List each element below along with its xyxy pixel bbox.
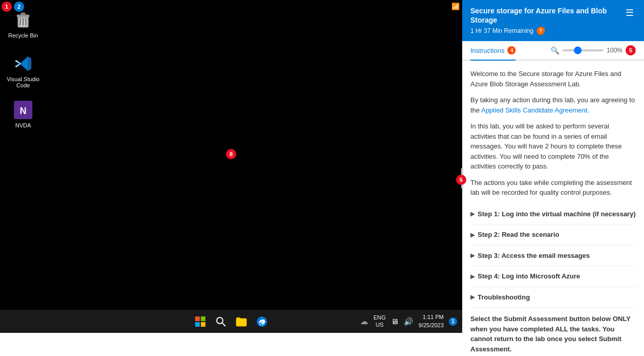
panel-header: Secure storage for Azure Files and Blob …	[462, 0, 644, 41]
intro-text: Welcome to the Secure storage for Azure …	[470, 69, 636, 89]
signal-icon: 📶	[451, 3, 460, 10]
panel-subtitle: 1 Hr 37 Min Remaining 7	[470, 27, 623, 35]
recording-text: The actions you take while completing th…	[470, 178, 636, 198]
hamburger-menu-button[interactable]: ☰	[623, 6, 636, 20]
time-badge: 7	[537, 27, 545, 35]
nvda-label: NVDA	[15, 122, 31, 128]
desktop: 📶 1 2 Recycle Bin	[0, 0, 462, 333]
step-2-item[interactable]: ▶ Step 2: Read the scenario	[470, 224, 636, 246]
recycle-bin-icon[interactable]: Recycle Bin	[3, 8, 44, 41]
cloud-icon: ☁	[360, 316, 368, 326]
badge-8-container: 8	[226, 149, 236, 159]
panel-header-content: Secure storage for Azure Files and Blob …	[470, 6, 623, 35]
steps-list: ▶ Step 1: Log into the virtual machine (…	[470, 204, 636, 308]
clock-display: 1:11 PM 9/25/2023	[419, 313, 444, 329]
step-1-arrow: ▶	[470, 210, 475, 218]
step-2-arrow: ▶	[470, 231, 475, 239]
right-panel: 6 Secure storage for Azure Files and Blo…	[462, 0, 644, 356]
step-4-arrow: ▶	[470, 272, 475, 281]
file-explorer-button[interactable]	[233, 313, 250, 330]
step-3-item[interactable]: ▶ Step 3: Access the email messages	[470, 246, 636, 267]
search-button[interactable]	[213, 313, 229, 330]
taskbar-right: ☁ ENG US 🖥 🔊 1:11 PM 9/25/2023 1	[360, 313, 457, 329]
troubleshoot-label: Troubleshooting	[478, 292, 530, 303]
recycle-bin-label: Recycle Bin	[8, 32, 38, 39]
vscode-label: Visual Studio Code	[5, 76, 42, 88]
step-1-item[interactable]: ▶ Step 1: Log into the virtual machine (…	[470, 204, 636, 225]
nvda-icon[interactable]: N NVDA	[3, 98, 44, 130]
system-tray-top: 📶	[451, 3, 460, 10]
badge-5: 5	[626, 45, 636, 55]
step-3-arrow: ▶	[470, 251, 475, 260]
troubleshoot-item[interactable]: ▶ Troubleshooting	[470, 287, 636, 308]
warning-text: Select the Submit Assessment button belo…	[470, 314, 636, 354]
svg-text:N: N	[20, 106, 27, 116]
agreement-paragraph: By taking any action during this lab, yo…	[470, 95, 636, 115]
taskbar-center-icons	[192, 313, 270, 330]
language-region: US	[373, 322, 386, 328]
activity-text: In this lab, you will be asked to perfor…	[470, 121, 636, 172]
time-display: 1:11 PM	[419, 313, 444, 321]
svg-marker-8	[15, 60, 21, 67]
recycle-bin-image	[13, 10, 33, 30]
step-4-label: Step 4: Log into Microsoft Azure	[478, 271, 580, 282]
panel-content: Welcome to the Secure storage for Azure …	[462, 61, 644, 356]
panel-title: Secure storage for Azure Files and Blob …	[470, 6, 623, 25]
svg-rect-11	[195, 316, 200, 321]
search-icon[interactable]: 🔍	[551, 46, 559, 54]
language-display: ENG US	[373, 314, 386, 328]
notification-badge[interactable]: 1	[449, 317, 457, 326]
tab-instructions[interactable]: Instructions 4	[470, 41, 516, 61]
volume-icon: 🔊	[404, 317, 413, 326]
edge-button[interactable]	[254, 313, 270, 330]
language-code: ENG	[373, 314, 386, 321]
badge-6-container: 6	[456, 175, 466, 185]
monitor-icon: 🖥	[391, 317, 399, 326]
date-display: 9/25/2023	[419, 322, 444, 329]
vscode-image	[13, 53, 33, 74]
start-button[interactable]	[192, 313, 209, 330]
zoom-value: 100%	[607, 47, 622, 54]
svg-rect-12	[201, 316, 205, 321]
badge-6: 6	[456, 175, 466, 185]
panel-tabs: Instructions 4 🔍 100% 5	[462, 41, 644, 61]
step-1-label: Step 1: Log into the virtual machine (if…	[478, 209, 636, 219]
svg-rect-14	[201, 322, 205, 327]
svg-rect-13	[195, 322, 200, 327]
top-badges: 1 2	[2, 2, 24, 12]
tab-instructions-badge: 4	[507, 46, 516, 54]
svg-point-15	[217, 317, 223, 324]
time-remaining-text: 1 Hr 37 Min Remaining	[470, 27, 534, 34]
zoom-control: 🔍 100% 5	[551, 45, 636, 55]
step-4-item[interactable]: ▶ Step 4: Log into Microsoft Azure	[470, 266, 636, 287]
main-layout: 📶 1 2 Recycle Bin	[0, 0, 644, 356]
step-2-label: Step 2: Read the scenario	[478, 230, 559, 240]
badge-8: 8	[226, 149, 236, 159]
vscode-icon[interactable]: Visual Studio Code	[3, 51, 44, 90]
svg-line-3	[20, 18, 21, 25]
tab-instructions-label: Instructions	[470, 47, 504, 54]
svg-line-16	[222, 323, 225, 326]
troubleshoot-arrow: ▶	[470, 293, 475, 302]
badge-2: 2	[14, 2, 24, 12]
nvda-image: N	[13, 100, 33, 120]
svg-marker-7	[28, 57, 31, 71]
svg-line-5	[26, 18, 26, 25]
badge-1: 1	[2, 2, 12, 12]
taskbar: ☁ ENG US 🖥 🔊 1:11 PM 9/25/2023 1	[0, 310, 462, 333]
svg-rect-2	[21, 13, 25, 15]
agreement-link[interactable]: Applied Skills Candidate Agreement.	[481, 106, 589, 114]
step-3-label: Step 3: Access the email messages	[478, 251, 590, 261]
zoom-slider[interactable]	[562, 49, 603, 51]
